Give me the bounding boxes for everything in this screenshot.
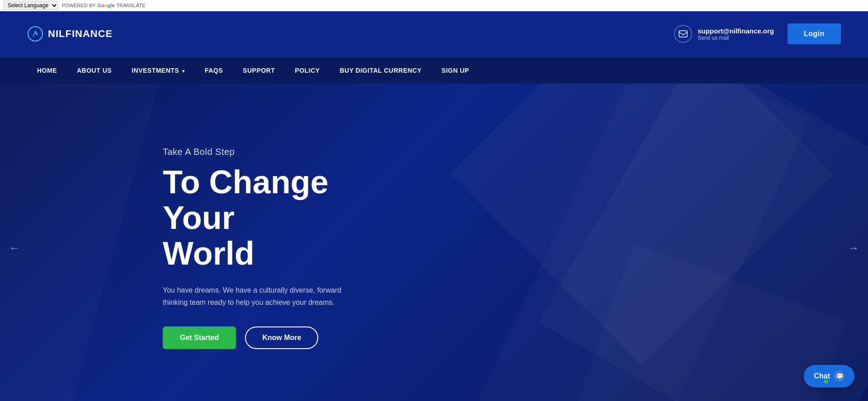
top-header: NILFINANCE support@nilfinance.org Send u… xyxy=(0,11,868,56)
nav-link-faqs[interactable]: FAQS xyxy=(195,58,233,83)
get-started-button[interactable]: Get Started xyxy=(163,326,236,349)
logo-area: NILFINANCE xyxy=(27,26,113,42)
svg-point-0 xyxy=(28,27,42,41)
nav-link-signup[interactable]: SIGN UP xyxy=(432,58,479,83)
hero-title: To Change Your World xyxy=(163,164,362,272)
nav-item-home[interactable]: HOME xyxy=(27,58,67,83)
hero-shape-2 xyxy=(474,84,810,401)
logo-text: NILFINANCE xyxy=(48,28,113,40)
logo-icon xyxy=(27,26,43,42)
hero-buttons: Get Started Know More xyxy=(163,326,362,349)
nav-item-investments[interactable]: INVESTMENTS ▾ xyxy=(122,58,195,83)
nav-link-home[interactable]: HOME xyxy=(27,58,67,83)
contact-info: support@nilfinance.org Send us mail xyxy=(674,25,774,43)
nav-link-policy[interactable]: POLICY xyxy=(285,58,330,83)
hero-content: Take A Bold Step To Change Your World Yo… xyxy=(0,147,362,350)
chat-button[interactable]: Chat 💬 xyxy=(804,365,854,387)
nav-link-buy-digital[interactable]: BUY DIGITAL CURRENCY xyxy=(330,58,431,83)
powered-by-text: POWERED BY xyxy=(62,3,96,8)
nav-link-about[interactable]: ABOUT US xyxy=(67,58,122,83)
hero-title-line2: World xyxy=(163,235,255,271)
nav-item-signup[interactable]: SIGN UP xyxy=(432,58,479,83)
hero-section: ← Take A Bold Step To Change Your World … xyxy=(0,84,868,401)
chevron-down-icon: ▾ xyxy=(181,69,185,74)
hero-subtitle: Take A Bold Step xyxy=(163,147,362,157)
hero-title-line1: To Change Your xyxy=(163,164,329,236)
contact-text: support@nilfinance.org Send us mail xyxy=(698,27,774,41)
svg-rect-1 xyxy=(679,31,687,37)
hero-description: You have dreams. We have a culturally di… xyxy=(163,284,362,308)
nav-link-investments[interactable]: INVESTMENTS ▾ xyxy=(122,58,195,83)
chat-label: Chat xyxy=(814,372,830,380)
translate-text: TRANSLATE xyxy=(117,3,146,8)
nav-link-support[interactable]: SUPPORT xyxy=(233,58,285,83)
support-email: support@nilfinance.org xyxy=(698,27,774,35)
nav-item-faqs[interactable]: FAQS xyxy=(195,58,233,83)
know-more-button[interactable]: Know More xyxy=(245,326,318,349)
nav-item-about[interactable]: ABOUT US xyxy=(67,58,122,83)
mail-icon xyxy=(674,25,692,43)
google-logo: Google xyxy=(98,3,115,8)
nav-item-policy[interactable]: POLICY xyxy=(285,58,330,83)
send-mail-label: Send us mail xyxy=(698,35,774,41)
nav-items: HOME ABOUT US INVESTMENTS ▾ FAQS SUPPORT… xyxy=(27,58,479,83)
hero-arrow-right[interactable]: → xyxy=(848,242,859,254)
header-right: support@nilfinance.org Send us mail Logi… xyxy=(674,23,841,44)
navbar: HOME ABOUT US INVESTMENTS ▾ FAQS SUPPORT… xyxy=(0,56,868,84)
login-button[interactable]: Login xyxy=(788,23,841,44)
chat-online-indicator xyxy=(824,379,828,384)
chat-bubble-icon: 💬 xyxy=(835,371,844,381)
translate-bar: Select Language POWERED BY Google TRANSL… xyxy=(0,0,868,11)
powered-by: POWERED BY Google TRANSLATE xyxy=(62,3,146,8)
nav-item-support[interactable]: SUPPORT xyxy=(233,58,285,83)
nav-item-buy-digital[interactable]: BUY DIGITAL CURRENCY xyxy=(330,58,431,83)
language-select[interactable]: Select Language xyxy=(4,1,58,10)
hero-arrow-left[interactable]: ← xyxy=(9,242,20,254)
